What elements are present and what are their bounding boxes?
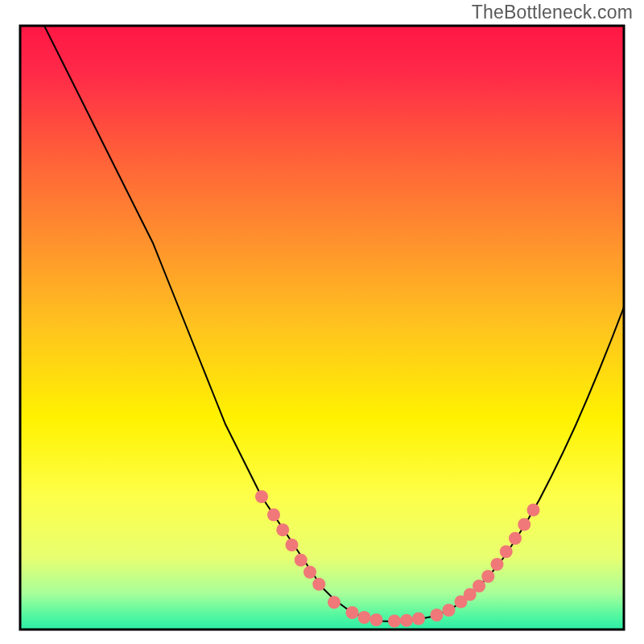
gradient-background bbox=[20, 26, 624, 630]
marker-point bbox=[295, 554, 308, 567]
marker-point bbox=[500, 545, 513, 558]
marker-point bbox=[358, 611, 371, 624]
chart-container: TheBottleneck.com bbox=[0, 0, 644, 644]
marker-point bbox=[303, 566, 316, 579]
marker-point bbox=[400, 614, 413, 627]
marker-point bbox=[267, 509, 280, 522]
chart-svg bbox=[0, 0, 644, 644]
watermark-text: TheBottleneck.com bbox=[472, 2, 633, 23]
marker-point bbox=[491, 558, 504, 571]
marker-point bbox=[286, 539, 299, 551]
marker-point bbox=[312, 578, 325, 591]
marker-point bbox=[388, 615, 401, 628]
marker-point bbox=[527, 504, 540, 517]
marker-point bbox=[509, 532, 522, 545]
marker-point bbox=[255, 490, 268, 503]
marker-point bbox=[481, 570, 494, 583]
marker-point bbox=[518, 518, 530, 531]
marker-point bbox=[443, 604, 456, 617]
marker-point bbox=[431, 609, 444, 621]
marker-point bbox=[328, 596, 341, 609]
marker-point bbox=[370, 613, 383, 626]
marker-point bbox=[473, 580, 485, 592]
marker-point bbox=[276, 523, 289, 536]
marker-point bbox=[346, 606, 359, 619]
marker-point bbox=[412, 613, 425, 625]
